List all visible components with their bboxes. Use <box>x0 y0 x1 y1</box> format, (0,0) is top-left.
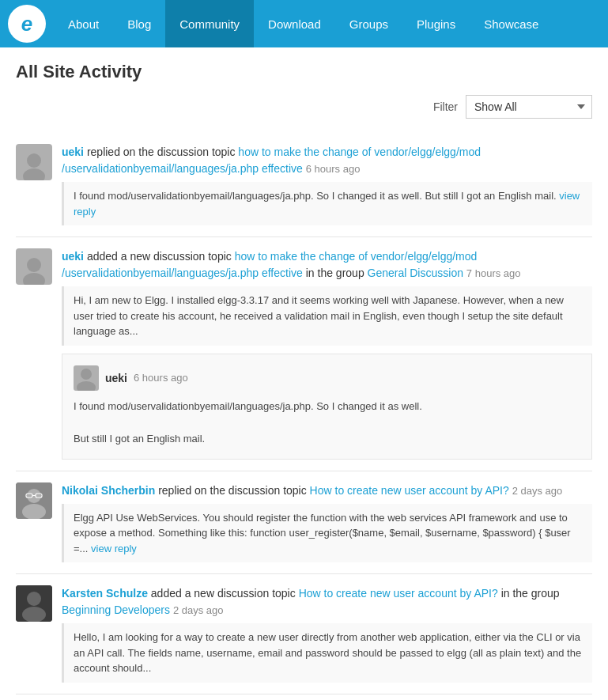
nested-avatar <box>74 365 99 391</box>
nav-item-download[interactable]: Download <box>254 0 335 47</box>
time-ago: 2 days ago <box>173 604 224 616</box>
user-link[interactable]: Nikolai Shcherbin <box>62 484 155 497</box>
activity-text: ueki added a new discussion topic how to… <box>62 248 592 282</box>
topic-link[interactable]: How to create new user account by API? <box>299 587 498 600</box>
activity-content: ueki replied on the discussion topic how… <box>62 144 592 225</box>
action-text: added a new discussion topic <box>151 587 299 600</box>
action-text: replied on the discussion topic <box>158 484 309 497</box>
group-link[interactable]: Beginning Developers <box>62 604 170 616</box>
nested-user-link[interactable]: ueki <box>105 372 127 384</box>
user-link[interactable]: ueki <box>62 146 84 158</box>
nav-item-showcase[interactable]: Showcase <box>470 0 553 47</box>
avatar-silhouette <box>16 144 52 180</box>
group-preposition: in the group <box>501 587 560 600</box>
activity-item: ueki added a new discussion topic how to… <box>16 237 592 471</box>
nested-reply-text: I found mod/uservalidationbyemail/langua… <box>74 399 580 448</box>
main-content: All Site Activity Filter Show All Posts … <box>0 47 608 700</box>
svg-point-4 <box>81 369 92 380</box>
avatar-nikolai-img <box>16 482 52 519</box>
activity-content: ueki added a new discussion topic how to… <box>62 248 592 460</box>
activity-item: Karsten Schulze added a new discussion t… <box>16 574 592 694</box>
activity-excerpt: Hi, I am new to Elgg. I installed elgg-3… <box>62 286 592 346</box>
activity-item: Nikolai Shcherbin replied on the discuss… <box>16 471 592 575</box>
avatar-silhouette <box>16 248 52 285</box>
avatar <box>16 144 52 180</box>
nav-items: About Blog Community Download Groups Plu… <box>54 0 553 47</box>
svg-point-1 <box>23 168 45 180</box>
svg-point-2 <box>27 258 41 272</box>
action-text: added a new discussion topic <box>87 250 235 263</box>
time-ago: 6 hours ago <box>306 163 361 175</box>
activity-excerpt: Elgg API Use WebServices. You should reg… <box>62 504 592 563</box>
activity-text: ueki replied on the discussion topic how… <box>62 144 592 177</box>
page-title: All Site Activity <box>16 62 592 82</box>
user-link[interactable]: Karsten Schulze <box>62 587 148 600</box>
time-ago: 7 hours ago <box>466 267 521 279</box>
nav-item-about[interactable]: About <box>54 0 113 47</box>
activity-text: Karsten Schulze added a new discussion t… <box>62 585 592 619</box>
topic-link[interactable]: How to create new user account by API? <box>310 484 509 497</box>
nav-item-community[interactable]: Community <box>165 0 254 47</box>
logo[interactable]: e <box>8 5 46 43</box>
nav-item-plugins[interactable]: Plugins <box>402 0 470 47</box>
avatar <box>16 248 52 285</box>
time-ago: 2 days ago <box>512 485 563 497</box>
activity-item: ueki replied on the discussion topic how… <box>16 133 592 237</box>
navbar: e About Blog Community Download Groups P… <box>0 0 608 47</box>
svg-point-3 <box>23 273 45 285</box>
filter-bar: Filter Show All Posts Comments Topics <box>16 95 592 119</box>
user-link[interactable]: ueki <box>62 250 84 263</box>
view-reply-link[interactable]: view reply <box>74 190 580 218</box>
logo-letter: e <box>21 12 32 36</box>
avatar <box>16 585 52 622</box>
avatar <box>16 482 52 519</box>
activity-excerpt: Hello, I am looking for a way to create … <box>62 623 592 683</box>
filter-select[interactable]: Show All Posts Comments Topics <box>466 95 592 119</box>
nav-item-blog[interactable]: Blog <box>113 0 165 47</box>
filter-label: Filter <box>433 100 458 113</box>
avatar-karsten-img <box>16 585 52 622</box>
svg-point-13 <box>27 592 41 606</box>
nested-reply-header: ueki 6 hours ago <box>74 365 580 391</box>
nested-time: 6 hours ago <box>134 372 188 384</box>
activity-excerpt: I found mod/uservalidationbyemail/langua… <box>62 182 592 225</box>
activity-content: Nikolai Shcherbin replied on the discuss… <box>62 482 592 563</box>
view-reply-link[interactable]: view reply <box>91 543 137 554</box>
action-text: replied on the discussion topic <box>87 146 238 158</box>
nested-reply-box: ueki 6 hours ago I found mod/uservalidat… <box>62 354 592 460</box>
group-link[interactable]: General Discussion <box>368 267 463 279</box>
nav-item-groups[interactable]: Groups <box>335 0 402 47</box>
activity-text: Nikolai Shcherbin replied on the discuss… <box>62 482 592 499</box>
activity-content: Karsten Schulze added a new discussion t… <box>62 585 592 683</box>
svg-point-5 <box>77 381 96 391</box>
group-preposition: in the group <box>306 267 368 279</box>
svg-point-0 <box>27 153 41 168</box>
